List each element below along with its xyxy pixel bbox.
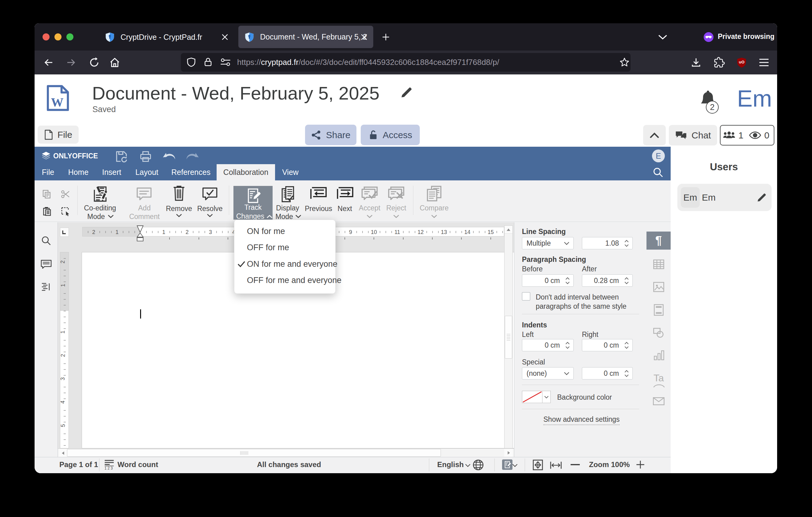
svg-text:11: 11 — [395, 229, 400, 235]
svg-text:1: 1 — [162, 229, 165, 235]
svg-text:4: 4 — [60, 401, 66, 404]
svg-text:15: 15 — [488, 229, 494, 235]
svg-text:13: 13 — [441, 229, 447, 235]
svg-text:12: 12 — [417, 229, 424, 235]
svg-text:W: W — [51, 95, 63, 109]
svg-text:1: 1 — [115, 229, 118, 235]
svg-text:1: 1 — [60, 283, 66, 287]
svg-text:2: 2 — [60, 354, 66, 357]
svg-text:3: 3 — [60, 377, 66, 380]
svg-text:2: 2 — [92, 229, 95, 235]
svg-text:14: 14 — [464, 229, 470, 235]
svg-text:3: 3 — [209, 229, 212, 235]
svg-text:1 2 3: 1 2 3 — [104, 466, 113, 470]
svg-text:10: 10 — [371, 229, 377, 235]
svg-text:9: 9 — [349, 229, 352, 235]
svg-text:uO: uO — [739, 60, 744, 64]
svg-text:2: 2 — [185, 229, 188, 235]
svg-text:1: 1 — [60, 330, 66, 333]
svg-text:5: 5 — [60, 424, 66, 427]
svg-text:2: 2 — [60, 260, 66, 264]
